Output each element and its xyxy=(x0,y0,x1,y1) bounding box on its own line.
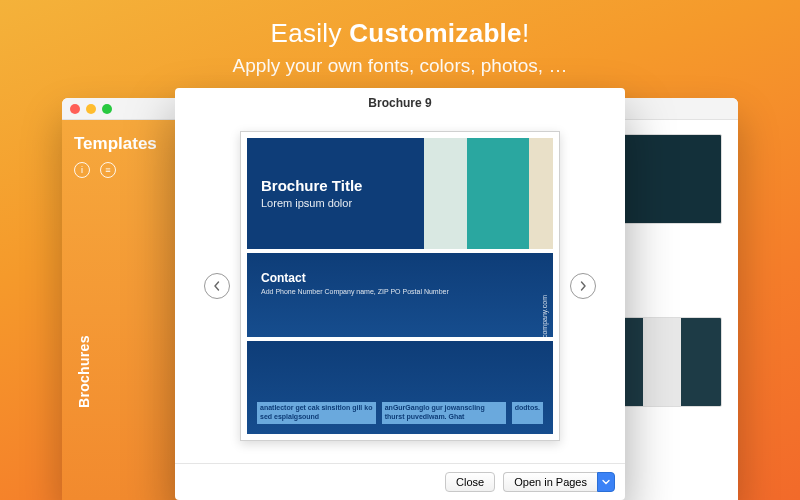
chevron-right-icon xyxy=(578,281,588,291)
sidebar: Templates i ≡ Brochures xyxy=(62,120,182,500)
next-template-button[interactable] xyxy=(570,273,596,299)
brochure-body-col: dodtos. xyxy=(512,402,543,424)
list-icon[interactable]: ≡ xyxy=(100,162,116,178)
brochure-panel-1: Brochure Title Lorem ipsum dolor xyxy=(247,138,553,249)
open-in-pages-menu-button[interactable] xyxy=(597,472,615,492)
sidebar-category-label: Brochures xyxy=(76,335,92,408)
headline-sub: Apply your own fonts, colors, photos, … xyxy=(0,55,800,77)
brochure-url: www.company.com xyxy=(542,295,549,337)
marketing-headline: Easily Customizable! Apply your own font… xyxy=(0,0,800,77)
headline-bold: Customizable xyxy=(349,18,522,48)
window-zoom-button[interactable] xyxy=(102,104,112,114)
brochure-body-col: anGurGanglo gur jowanscling thurst puved… xyxy=(382,402,506,424)
prev-template-button[interactable] xyxy=(204,273,230,299)
preview-footer: Close Open in Pages xyxy=(175,463,625,500)
info-icon[interactable]: i xyxy=(74,162,90,178)
preview-title: Brochure 9 xyxy=(175,88,625,116)
brochure-title: Brochure Title xyxy=(261,177,362,194)
chevron-down-icon xyxy=(602,478,610,486)
brochure-panel-3: anatlector get cak sinsitlon gill ko sed… xyxy=(247,341,553,434)
headline-post: ! xyxy=(522,18,530,48)
brochure-subtitle: Lorem ipsum dolor xyxy=(261,197,362,209)
sidebar-title: Templates xyxy=(74,134,172,154)
open-in-pages-button[interactable]: Open in Pages xyxy=(503,472,597,492)
close-button[interactable]: Close xyxy=(445,472,495,492)
brochure-contact-heading: Contact xyxy=(261,271,306,285)
headline-pre: Easily xyxy=(271,18,350,48)
chevron-left-icon xyxy=(212,281,222,291)
brochure-contact-details: Add Phone Number Company name, ZIP PO Po… xyxy=(261,287,449,296)
window-close-button[interactable] xyxy=(70,104,80,114)
brochure-panel-2: Contact Add Phone Number Company name, Z… xyxy=(247,253,553,337)
window-minimize-button[interactable] xyxy=(86,104,96,114)
brochure-body-col: anatlector get cak sinsitlon gill ko sed… xyxy=(257,402,376,424)
brochure-preview: Brochure Title Lorem ipsum dolor Contact… xyxy=(240,131,560,441)
template-preview-sheet: Brochure 9 Brochure Title Lorem ipsum do… xyxy=(175,88,625,500)
